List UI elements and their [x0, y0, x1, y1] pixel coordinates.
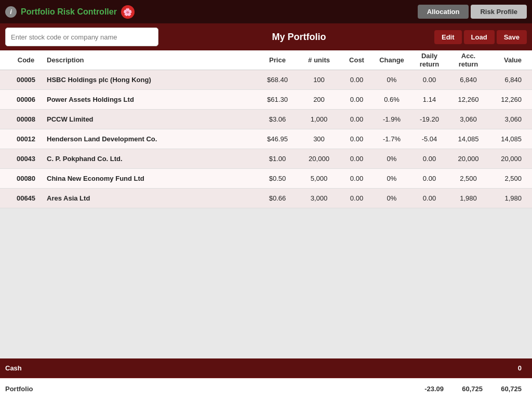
stock-description: Ares Asia Ltd	[47, 194, 257, 202]
stock-change: -1.7%	[374, 135, 410, 143]
col-header-cost: Cost	[340, 56, 374, 64]
save-button[interactable]: Save	[497, 30, 527, 44]
portfolio-totals: -23.09 60,725 60,725	[410, 385, 527, 393]
stock-daily-return: 1.14	[410, 96, 449, 103]
stock-daily-return: 0.00	[410, 175, 449, 182]
header-row: My Portfolio Edit Load Save	[0, 23, 532, 50]
stock-change: 0%	[374, 194, 410, 202]
stock-units: 100	[298, 76, 340, 84]
table-row[interactable]: 00645 Ares Asia Ltd $0.66 3,000 0.00 0% …	[0, 189, 532, 208]
stock-price: $68.40	[257, 76, 298, 84]
table-row[interactable]: 00043 C. P. Pokphand Co. Ltd. $1.00 20,0…	[0, 149, 532, 169]
header-actions: Edit Load Save	[434, 30, 532, 44]
stock-units: 1,000	[298, 115, 340, 123]
col-header-code: Code	[5, 56, 47, 64]
stock-price: $46.95	[257, 135, 298, 143]
stock-daily-return: 0.00	[410, 194, 449, 202]
stock-units: 3,000	[298, 194, 340, 202]
stock-value: 6,840	[488, 76, 527, 84]
stock-description: PCCW Limited	[47, 115, 257, 123]
stock-code: 00012	[5, 135, 47, 143]
stock-daily-return: 0.00	[410, 76, 449, 84]
footer: Cash 0 Portfolio -23.09 60,725 60,725	[0, 358, 532, 399]
stock-change: 0%	[374, 155, 410, 163]
col-header-units: # units	[298, 56, 340, 64]
stock-description: Henderson Land Development Co.	[47, 135, 257, 143]
table-row[interactable]: 00006 Power Assets Holdings Ltd $61.30 2…	[0, 90, 532, 110]
stock-units: 300	[298, 135, 340, 143]
table-row[interactable]: 00080 China New Economy Fund Ltd $0.50 5…	[0, 169, 532, 189]
portfolio-title: My Portfolio	[272, 32, 326, 43]
stock-change: 0%	[374, 76, 410, 84]
portfolio-daily-return: -23.09	[410, 385, 449, 393]
stock-units: 200	[298, 96, 340, 103]
stock-daily-return: 0.00	[410, 155, 449, 163]
stock-cost: 0.00	[340, 155, 374, 163]
stock-acc-return: 2,500	[449, 175, 488, 182]
stock-change: -1.9%	[374, 115, 410, 123]
stock-code: 00080	[5, 175, 47, 182]
portfolio-acc-return: 60,725	[449, 385, 488, 393]
col-header-daily-return: Daily return	[410, 52, 449, 68]
col-header-description: Description	[47, 56, 257, 64]
stock-price: $61.30	[257, 96, 298, 103]
stock-acc-return: 20,000	[449, 155, 488, 163]
top-bar-left: i Portfolio Risk Controller 🌸	[5, 5, 135, 19]
risk-profile-button[interactable]: Risk Profile	[471, 5, 527, 19]
stock-code: 00006	[5, 96, 47, 103]
stock-description: China New Economy Fund Ltd	[47, 175, 257, 182]
stock-cost: 0.00	[340, 175, 374, 182]
stock-price: $0.66	[257, 194, 298, 202]
stock-description: C. P. Pokphand Co. Ltd.	[47, 155, 257, 163]
allocation-button[interactable]: Allocation	[418, 5, 469, 19]
edit-button[interactable]: Edit	[434, 30, 462, 44]
stock-value: 1,980	[488, 194, 527, 202]
stock-value: 2,500	[488, 175, 527, 182]
stock-cost: 0.00	[340, 135, 374, 143]
stock-acc-return: 14,085	[449, 135, 488, 143]
col-header-value: Value	[488, 56, 527, 64]
portfolio-value: 60,725	[488, 385, 527, 393]
table-row[interactable]: 00008 PCCW Limited $3.06 1,000 0.00 -1.9…	[0, 110, 532, 129]
search-input[interactable]	[5, 28, 158, 46]
stock-cost: 0.00	[340, 76, 374, 84]
stock-description: Power Assets Holdings Ltd	[47, 96, 257, 103]
stock-cost: 0.00	[340, 96, 374, 103]
stock-table: 00005 HSBC Holdings plc (Hong Kong) $68.…	[0, 70, 532, 358]
load-button[interactable]: Load	[464, 30, 495, 44]
col-header-price: Price	[257, 56, 298, 64]
stock-cost: 0.00	[340, 194, 374, 202]
stock-value: 12,260	[488, 96, 527, 103]
stock-code: 00005	[5, 76, 47, 84]
portfolio-title-section: My Portfolio	[164, 32, 434, 43]
stock-price: $3.06	[257, 115, 298, 123]
table-row[interactable]: 00005 HSBC Holdings plc (Hong Kong) $68.…	[0, 70, 532, 90]
top-bar: i Portfolio Risk Controller 🌸 Allocation…	[0, 0, 532, 23]
stock-description: HSBC Holdings plc (Hong Kong)	[47, 76, 257, 84]
top-bar-right: Allocation Risk Profile	[418, 5, 527, 19]
info-icon[interactable]: i	[5, 6, 17, 18]
stock-value: 14,085	[488, 135, 527, 143]
stock-value: 20,000	[488, 155, 527, 163]
stock-acc-return: 3,060	[449, 115, 488, 123]
stock-change: 0.6%	[374, 96, 410, 103]
stock-units: 20,000	[298, 155, 340, 163]
stock-code: 00008	[5, 115, 47, 123]
stock-acc-return: 6,840	[449, 76, 488, 84]
stock-code: 00043	[5, 155, 47, 163]
footer-cash-row: Cash 0	[0, 358, 532, 378]
hk-flag-icon: 🌸	[121, 5, 135, 19]
stock-cost: 0.00	[340, 115, 374, 123]
stock-code: 00645	[5, 194, 47, 202]
stock-change: 0%	[374, 175, 410, 182]
portfolio-label: Portfolio	[5, 385, 33, 393]
cash-label: Cash	[5, 364, 22, 372]
column-headers: Code Description Price # units Cost Chan…	[0, 50, 532, 70]
col-header-change: Change	[374, 56, 410, 64]
col-header-acc-return: Acc. return	[449, 52, 488, 68]
stock-daily-return: -5.04	[410, 135, 449, 143]
cash-value: 0	[518, 364, 527, 372]
table-row[interactable]: 00012 Henderson Land Development Co. $46…	[0, 129, 532, 149]
stock-value: 3,060	[488, 115, 527, 123]
stock-acc-return: 1,980	[449, 194, 488, 202]
